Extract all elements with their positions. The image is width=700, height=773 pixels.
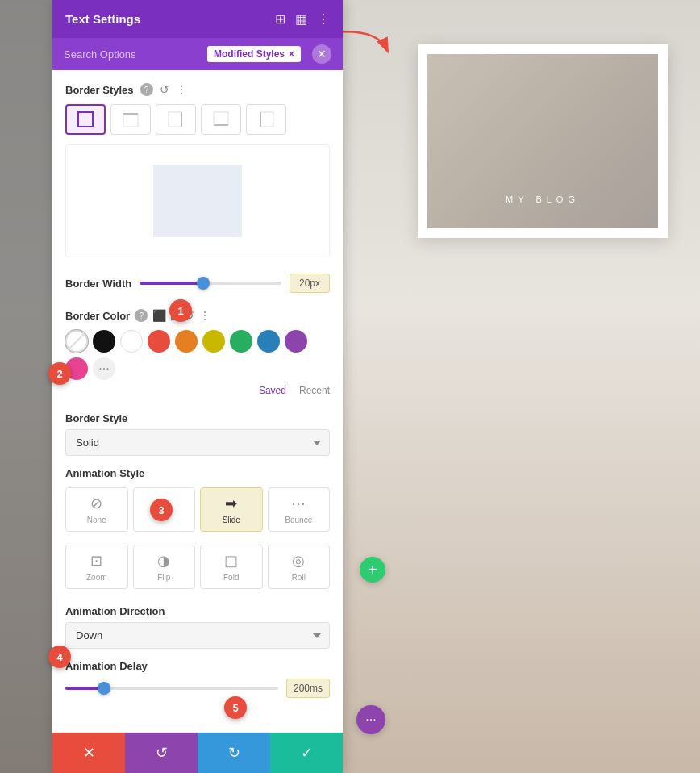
panel-footer: ✕ ↺ ↻ ✓: [52, 732, 343, 773]
settings-panel: Text Settings ⊞ ▦ ⋮ Search Options Modif…: [52, 0, 343, 773]
recent-link[interactable]: Recent: [299, 385, 330, 396]
border-width-track[interactable]: [140, 282, 281, 285]
border-width-thumb[interactable]: [197, 277, 210, 290]
color-orange[interactable]: [175, 330, 198, 353]
blog-title: MY BLOG: [427, 194, 658, 204]
step-2-badge: 2: [48, 362, 71, 385]
add-section-button[interactable]: +: [360, 557, 385, 583]
columns-icon[interactable]: ▦: [295, 11, 307, 27]
border-styles-reset-icon[interactable]: ↺: [160, 83, 169, 96]
border-top-btn[interactable]: [110, 104, 151, 135]
animation-delay-row: 200ms: [65, 679, 330, 698]
color-blue[interactable]: [257, 330, 280, 353]
anim-fold-label: Fold: [223, 573, 239, 582]
border-preview: [65, 144, 330, 257]
animation-style-title: Animation Style: [65, 467, 144, 479]
border-all-btn[interactable]: [65, 104, 106, 135]
border-styles-help-icon[interactable]: ?: [140, 83, 153, 96]
animation-delay-value[interactable]: 200ms: [286, 679, 330, 698]
redo-button[interactable]: ↻: [198, 733, 270, 773]
step-4-badge: 4: [48, 646, 71, 668]
border-color-help-icon[interactable]: ?: [135, 309, 148, 322]
anim-flip-btn[interactable]: ◑ Flip: [133, 545, 196, 589]
animation-style-header: Animation Style: [65, 467, 330, 479]
undo-button[interactable]: ↺: [125, 733, 198, 773]
more-options-button[interactable]: ···: [356, 705, 385, 734]
animation-direction-label: Animation Direction: [65, 605, 330, 617]
anim-roll-icon: ◎: [292, 552, 305, 570]
eyedropper-icon[interactable]: ⬛: [152, 309, 166, 322]
animation-direction-section: Animation Direction Up Down Left Right: [65, 605, 330, 649]
border-width-value[interactable]: 20px: [290, 274, 330, 293]
anim-zoom-label: Zoom: [86, 573, 107, 582]
color-red[interactable]: [148, 330, 170, 353]
anim-fold-icon: ◫: [224, 552, 238, 570]
cancel-button[interactable]: ✕: [52, 733, 125, 773]
anim-slide-btn[interactable]: ➡ Slide: [200, 487, 263, 532]
border-styles-section: Border Styles ? ↺ ⋮: [65, 83, 330, 257]
anim-flip-label: Flip: [157, 573, 170, 582]
animation-grid-row1: ⊘ None ✦ ➡ Slide ⋯ Bounce: [65, 487, 330, 532]
animation-direction-select[interactable]: Up Down Left Right: [65, 622, 330, 649]
left-sidebar-edge: [0, 0, 52, 773]
border-width-row: Border Width 20px: [65, 274, 330, 293]
confirm-button[interactable]: ✓: [270, 733, 343, 773]
color-yellow[interactable]: [202, 330, 225, 353]
border-width-fill: [140, 282, 203, 285]
header-icons: ⊞ ▦ ⋮: [275, 11, 330, 27]
color-white[interactable]: [120, 330, 143, 353]
anim-none-icon: ⊘: [90, 495, 102, 512]
border-style-select[interactable]: Solid Dashed Dotted Double None: [65, 429, 330, 456]
svg-rect-3: [123, 114, 138, 127]
animation-delay-thumb[interactable]: [98, 682, 110, 695]
svg-rect-1: [78, 112, 93, 127]
anim-bounce-icon: ⋯: [291, 495, 306, 512]
svg-rect-5: [169, 112, 181, 127]
color-green[interactable]: [230, 330, 252, 353]
border-bottom-btn[interactable]: [201, 104, 241, 135]
anim-bounce-btn[interactable]: ⋯ Bounce: [268, 487, 331, 532]
anim-none-label: None: [87, 516, 106, 524]
anim-fold-btn[interactable]: ◫ Fold: [200, 545, 263, 589]
search-label: Search Options: [64, 48, 136, 61]
anim-none-btn[interactable]: ⊘ None: [65, 487, 128, 532]
search-close-button[interactable]: ×: [312, 44, 331, 64]
color-purple[interactable]: [285, 330, 307, 353]
panel-title: Text Settings: [65, 12, 140, 26]
dots-icon[interactable]: ⋮: [317, 11, 330, 27]
anim-roll-btn[interactable]: ◎ Roll: [268, 545, 331, 589]
panel-header: Text Settings ⊞ ▦ ⋮: [52, 0, 343, 38]
badge-4: 4: [48, 646, 71, 668]
border-styles-title: Border Styles: [65, 84, 134, 96]
badge-close[interactable]: ×: [289, 48, 294, 60]
color-actions: Saved Recent: [65, 385, 330, 396]
anim-bounce-label: Bounce: [285, 516, 312, 524]
border-style-section: Border Style Solid Dashed Dotted Double …: [65, 412, 330, 456]
badge-2: 2: [48, 362, 71, 385]
badge-5: 5: [224, 696, 247, 719]
anim-zoom-btn[interactable]: ⊡ Zoom: [65, 545, 128, 589]
border-right-btn[interactable]: [156, 104, 196, 135]
blog-preview: MY BLOG: [418, 44, 668, 238]
border-color-more-icon[interactable]: ⋮: [199, 309, 210, 322]
more-colors-btn[interactable]: ···: [93, 357, 115, 380]
border-styles-more-icon[interactable]: ⋮: [176, 83, 187, 96]
badge-1: 1: [169, 299, 192, 322]
panel-body: Border Styles ? ↺ ⋮: [52, 70, 343, 732]
modified-styles-badge: Modified Styles ×: [207, 46, 301, 62]
border-left-btn[interactable]: [246, 104, 286, 135]
color-black[interactable]: [93, 330, 115, 353]
animation-delay-track[interactable]: [65, 687, 278, 690]
border-width-section: Border Width 20px: [65, 274, 330, 293]
anim-slide-label: Slide: [223, 516, 240, 524]
step-1-badge: 1: [169, 299, 192, 322]
resize-icon[interactable]: ⊞: [275, 11, 285, 27]
anim-slide-icon: ➡: [225, 495, 237, 512]
animation-delay-label: Animation Delay: [65, 660, 330, 672]
color-transparent[interactable]: [65, 330, 88, 353]
step-3-badge: 3: [150, 499, 173, 521]
anim-flip-icon: ◑: [157, 552, 170, 570]
border-color-title: Border Color: [65, 310, 130, 322]
animation-grid-row2: ⊡ Zoom ◑ Flip ◫ Fold ◎ Roll: [65, 545, 330, 589]
saved-link[interactable]: Saved: [259, 385, 286, 396]
